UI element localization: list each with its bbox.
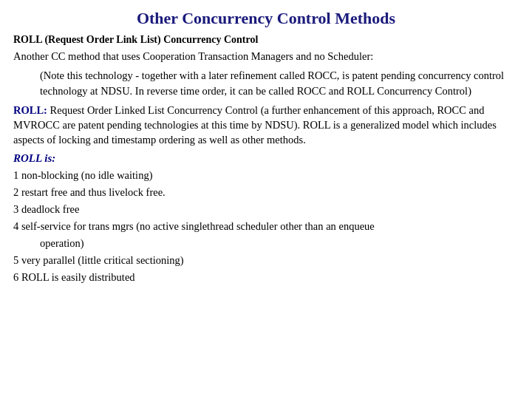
list-num-5: 5 (13, 254, 21, 266)
intro-indent: (Note this technology - together with a … (13, 68, 519, 98)
list-text-6: ROLL is easily distributed (21, 271, 135, 283)
list-item-5: 5 very parallel (little critical section… (13, 253, 519, 268)
list-item-1: 1 non-blocking (no idle waiting) (13, 168, 519, 183)
roll-paragraph: ROLL: Request Order Linked List Concurre… (13, 103, 519, 148)
list-num-4: 4 (13, 220, 21, 232)
list-text-1: non-blocking (no idle waiting) (21, 169, 153, 181)
roll-label: ROLL: (13, 104, 47, 116)
intro-line: Another CC method that uses Cooperation … (13, 49, 519, 64)
list-num-1: 1 (13, 169, 21, 181)
list-item-2: 2 restart free and thus livelock free. (13, 185, 519, 200)
list-num-6: 6 (13, 271, 21, 283)
list-text-4: self-service for trans mgrs (no active s… (21, 220, 375, 232)
subtitle: ROLL (Request Order Link List) Concurren… (13, 34, 519, 46)
list-text-3: deadlock free (21, 203, 80, 215)
list-item-6: 6 ROLL is easily distributed (13, 270, 519, 285)
list-num-3: 3 (13, 203, 21, 215)
page-container: Other Concurrency Control Methods ROLL (… (0, 0, 532, 399)
list-item-4: 4 self-service for trans mgrs (no active… (13, 219, 519, 234)
list-item-3: 3 deadlock free (13, 202, 519, 217)
list-text-2: restart free and thus livelock free. (21, 186, 166, 198)
list-text-5: very parallel (little critical sectionin… (21, 254, 184, 266)
roll-paragraph-text: Request Order Linked List Concurrency Co… (13, 104, 497, 146)
list-item-4-indent: operation) (13, 236, 519, 251)
list-num-2: 2 (13, 186, 21, 198)
page-title: Other Concurrency Control Methods (13, 9, 519, 28)
roll-is-heading: ROLL is: (13, 152, 519, 165)
